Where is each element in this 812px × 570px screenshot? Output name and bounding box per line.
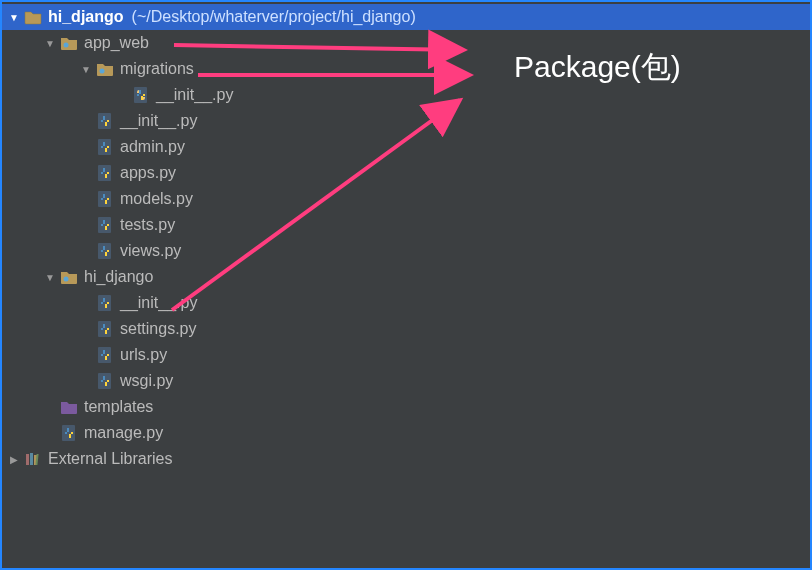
chevron-down-icon[interactable]: [8, 11, 20, 23]
item-label: tests.py: [120, 216, 175, 234]
item-label: __init__.py: [120, 112, 197, 130]
tree-item-file[interactable]: views.py: [2, 238, 810, 264]
svg-rect-13: [98, 373, 111, 389]
item-label: __init__.py: [120, 294, 197, 312]
python-file-icon: [96, 242, 114, 260]
svg-rect-14: [62, 425, 75, 441]
svg-rect-15: [26, 454, 29, 465]
tree-item-file[interactable]: urls.py: [2, 342, 810, 368]
python-file-icon: [96, 164, 114, 182]
item-label: manage.py: [84, 424, 163, 442]
tree-item-app-web[interactable]: app_web: [2, 30, 810, 56]
python-file-icon: [96, 294, 114, 312]
chevron-right-icon[interactable]: [8, 453, 20, 465]
python-file-icon: [96, 320, 114, 338]
tree-item-file[interactable]: __init__.py: [2, 290, 810, 316]
item-label: __init__.py: [156, 86, 233, 104]
package-icon: [96, 60, 114, 78]
item-label: External Libraries: [48, 450, 173, 468]
svg-rect-3: [98, 113, 111, 129]
tree-item-file[interactable]: apps.py: [2, 160, 810, 186]
tree-item-hi-django[interactable]: hi_django: [2, 264, 810, 290]
tree-item-migrations[interactable]: migrations: [2, 56, 810, 82]
item-label: app_web: [84, 34, 149, 52]
project-tree: hi_django (~/Desktop/whaterver/project/h…: [2, 2, 810, 472]
svg-rect-7: [98, 217, 111, 233]
svg-rect-11: [98, 321, 111, 337]
root-name: hi_django: [48, 8, 124, 26]
tree-item-file[interactable]: __init__.py: [2, 82, 810, 108]
folder-icon: [24, 8, 42, 26]
chevron-down-icon[interactable]: [44, 37, 56, 49]
python-file-icon: [96, 346, 114, 364]
annotation-label: Package(包): [514, 47, 681, 88]
tree-item-file[interactable]: __init__.py: [2, 108, 810, 134]
item-label: wsgi.py: [120, 372, 173, 390]
svg-point-0: [64, 43, 69, 48]
python-file-icon: [60, 424, 78, 442]
package-icon: [60, 34, 78, 52]
python-file-icon: [96, 216, 114, 234]
item-label: admin.py: [120, 138, 185, 156]
item-label: templates: [84, 398, 153, 416]
package-icon: [60, 268, 78, 286]
svg-rect-2: [134, 87, 147, 103]
python-file-icon: [96, 138, 114, 156]
svg-rect-8: [98, 243, 111, 259]
tree-item-file[interactable]: manage.py: [2, 420, 810, 446]
tree-item-file[interactable]: wsgi.py: [2, 368, 810, 394]
tree-item-templates[interactable]: templates: [2, 394, 810, 420]
svg-rect-4: [98, 139, 111, 155]
svg-rect-6: [98, 191, 111, 207]
chevron-down-icon[interactable]: [44, 271, 56, 283]
svg-rect-10: [98, 295, 111, 311]
item-label: urls.py: [120, 346, 167, 364]
tree-item-file[interactable]: models.py: [2, 186, 810, 212]
tree-item-file[interactable]: settings.py: [2, 316, 810, 342]
python-file-icon: [96, 190, 114, 208]
svg-rect-12: [98, 347, 111, 363]
tree-item-file[interactable]: tests.py: [2, 212, 810, 238]
tree-item-file[interactable]: admin.py: [2, 134, 810, 160]
svg-rect-16: [30, 453, 33, 465]
python-file-icon: [132, 86, 150, 104]
svg-point-9: [64, 277, 69, 282]
folder-purple-icon: [60, 398, 78, 416]
item-label: apps.py: [120, 164, 176, 182]
tree-item-external-libraries[interactable]: External Libraries: [2, 446, 810, 472]
item-label: models.py: [120, 190, 193, 208]
chevron-down-icon[interactable]: [80, 63, 92, 75]
root-path: (~/Desktop/whaterver/project/hi_django): [132, 8, 416, 26]
item-label: views.py: [120, 242, 181, 260]
svg-rect-5: [98, 165, 111, 181]
item-label: migrations: [120, 60, 194, 78]
python-file-icon: [96, 372, 114, 390]
item-label: settings.py: [120, 320, 196, 338]
library-icon: [24, 450, 42, 468]
tree-root[interactable]: hi_django (~/Desktop/whaterver/project/h…: [2, 4, 810, 30]
python-file-icon: [96, 112, 114, 130]
item-label: hi_django: [84, 268, 153, 286]
svg-point-1: [100, 69, 105, 74]
